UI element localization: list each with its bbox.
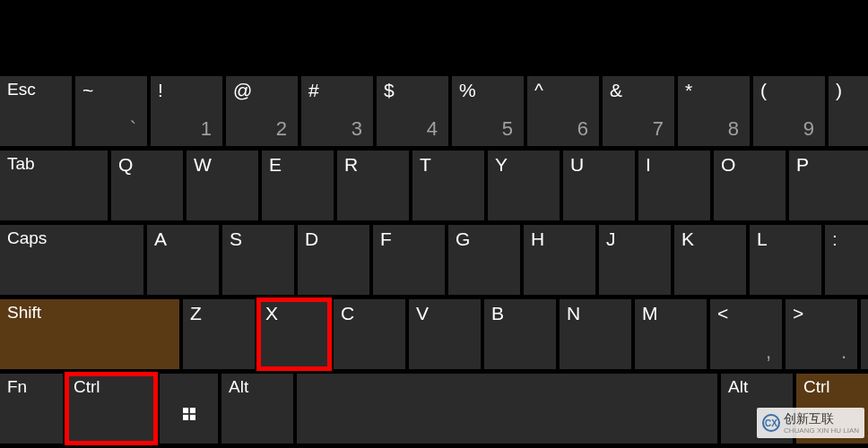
key-label-lower: ,: [766, 340, 771, 364]
key-y[interactable]: Y: [488, 151, 560, 220]
key-label: H: [531, 228, 544, 250]
key-label: N: [567, 303, 580, 324]
key-ctrl-left[interactable]: Ctrl: [66, 374, 156, 444]
key-label: K: [681, 228, 694, 250]
key-v[interactable]: V: [409, 299, 481, 369]
key-n[interactable]: N: [560, 299, 631, 369]
key-label: L: [757, 228, 768, 250]
key-d[interactable]: D: [298, 225, 369, 295]
key-label-upper: *: [685, 80, 692, 101]
key-backtick[interactable]: ~`: [75, 76, 147, 146]
key-label: J: [606, 228, 616, 250]
key-u[interactable]: U: [563, 151, 635, 220]
key-slash[interactable]: [861, 299, 868, 369]
key-label-upper: (: [760, 80, 767, 101]
key-2[interactable]: @2: [226, 76, 298, 146]
key-x[interactable]: X: [258, 299, 330, 369]
key-a[interactable]: A: [147, 225, 219, 295]
key-l[interactable]: L: [750, 225, 821, 295]
key-windows[interactable]: [160, 374, 218, 444]
key-label: Q: [118, 154, 133, 176]
key-label-lower: 2: [276, 117, 287, 141]
key-label: E: [269, 154, 282, 176]
key-esc[interactable]: Esc: [0, 76, 72, 146]
key-label: Esc: [7, 80, 36, 99]
key-9[interactable]: (9: [753, 76, 825, 146]
key-8[interactable]: *8: [678, 76, 750, 146]
key-o[interactable]: O: [714, 151, 786, 220]
key-3[interactable]: #3: [301, 76, 373, 146]
key-k[interactable]: K: [674, 225, 746, 295]
key-label: Alt: [229, 377, 248, 397]
key-label-lower: 7: [653, 117, 664, 141]
keyboard-row-4: Shift Z X C V B N M <, >.: [0, 299, 868, 369]
key-label: F: [380, 228, 392, 250]
key-t[interactable]: T: [412, 151, 484, 220]
key-label-lower: `: [130, 117, 136, 141]
key-label-upper: ~: [82, 80, 93, 101]
key-e[interactable]: E: [262, 151, 334, 220]
key-label-upper: %: [459, 80, 476, 101]
key-period[interactable]: >.: [786, 299, 857, 369]
key-i[interactable]: I: [638, 151, 710, 220]
key-p[interactable]: P: [789, 151, 868, 220]
key-label: O: [721, 154, 735, 176]
key-comma[interactable]: <,: [710, 299, 782, 369]
window-titlebar: [0, 0, 868, 76]
key-j[interactable]: J: [599, 225, 671, 295]
key-label: :: [832, 228, 838, 250]
key-m[interactable]: M: [635, 299, 707, 369]
key-label-upper: ^: [534, 80, 543, 101]
key-c[interactable]: C: [334, 299, 405, 369]
key-alt-left[interactable]: Alt: [221, 374, 293, 444]
key-z[interactable]: Z: [183, 299, 255, 369]
key-label: W: [194, 154, 212, 176]
key-label: R: [344, 154, 358, 176]
key-label-lower: .: [841, 340, 846, 364]
key-label-lower: 6: [577, 117, 588, 141]
svg-rect-3: [189, 415, 195, 420]
key-0[interactable]: ): [829, 76, 868, 146]
windows-icon: [160, 374, 218, 444]
key-s[interactable]: S: [222, 225, 294, 295]
keyboard-row-1: Esc ~` !1 @2 #3 $4 %5 ^6 &7 *8 (9 ): [0, 76, 868, 146]
key-5[interactable]: %5: [452, 76, 524, 146]
key-h[interactable]: H: [524, 225, 595, 295]
key-colon[interactable]: :: [825, 225, 868, 295]
key-label: T: [420, 154, 431, 176]
key-4[interactable]: $4: [377, 76, 448, 146]
key-label: Z: [190, 303, 202, 324]
key-w[interactable]: W: [187, 151, 258, 220]
watermark-brand: 创新互联: [784, 411, 834, 426]
watermark-badge: CX 创新互联 CHUANG XIN HU LIAN: [757, 408, 864, 438]
key-label: U: [570, 154, 584, 176]
key-g[interactable]: G: [448, 225, 520, 295]
key-q[interactable]: Q: [111, 151, 183, 220]
key-f[interactable]: F: [373, 225, 445, 295]
key-1[interactable]: !1: [151, 76, 222, 146]
key-label-upper: &: [610, 80, 622, 101]
svg-rect-2: [183, 415, 188, 420]
key-caps[interactable]: Caps: [0, 225, 143, 295]
svg-rect-1: [189, 408, 195, 413]
key-label: M: [642, 303, 658, 324]
key-6[interactable]: ^6: [527, 76, 599, 146]
key-label-lower: 1: [201, 117, 212, 141]
key-label-upper: !: [158, 80, 163, 101]
key-label-lower: 4: [427, 117, 438, 141]
key-7[interactable]: &7: [603, 76, 674, 146]
key-fn[interactable]: Fn: [0, 374, 63, 444]
key-label: I: [646, 154, 651, 176]
key-label: Alt: [728, 377, 748, 397]
key-tab[interactable]: Tab: [0, 151, 108, 220]
key-label: S: [230, 228, 242, 250]
key-label-upper: $: [384, 80, 395, 101]
key-label: G: [456, 228, 470, 250]
key-space[interactable]: [297, 374, 717, 444]
key-label: Tab: [7, 154, 35, 174]
key-label: B: [491, 303, 504, 324]
key-r[interactable]: R: [337, 151, 409, 220]
key-label: Ctrl: [803, 377, 830, 397]
key-b[interactable]: B: [484, 299, 556, 369]
key-shift[interactable]: Shift: [0, 299, 179, 369]
